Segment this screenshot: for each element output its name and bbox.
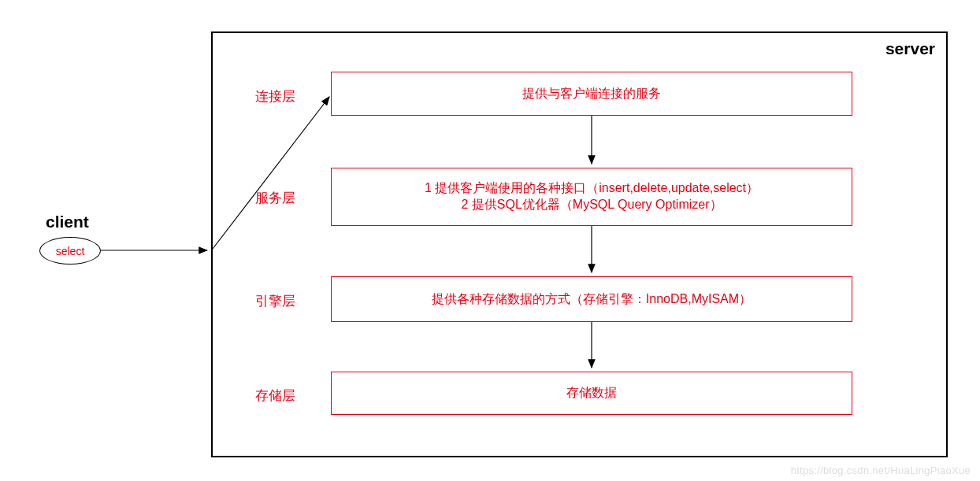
server-title: server <box>885 39 935 58</box>
layer-text: 2 提供SQL优化器（MySQL Query Optimizer） <box>461 197 722 213</box>
layer-text: 存储数据 <box>566 385 617 401</box>
layer-label-engine: 引擎层 <box>255 292 295 310</box>
layer-label-storage: 存储层 <box>255 387 295 405</box>
layer-text: 提供与客户端连接的服务 <box>522 86 661 102</box>
layer-box-connection: 提供与客户端连接的服务 <box>331 72 852 116</box>
layer-box-storage: 存储数据 <box>331 372 852 415</box>
layer-label-connection: 连接层 <box>255 87 295 105</box>
client-node: select <box>39 237 101 265</box>
layer-box-service: 1 提供客户端使用的各种接口（insert,delete,update,sele… <box>331 168 852 226</box>
layer-box-engine: 提供各种存储数据的方式（存储引擎：InnoDB,MyISAM） <box>331 276 852 322</box>
client-title: client <box>46 213 89 231</box>
layer-text: 提供各种存储数据的方式（存储引擎：InnoDB,MyISAM） <box>432 291 752 308</box>
client-node-text: select <box>56 245 85 257</box>
watermark-text: https://blog.csdn.net/HuaLingPiaoXue <box>791 464 971 476</box>
layer-label-service: 服务层 <box>255 189 295 207</box>
layer-text: 1 提供客户端使用的各种接口（insert,delete,update,sele… <box>425 180 759 197</box>
